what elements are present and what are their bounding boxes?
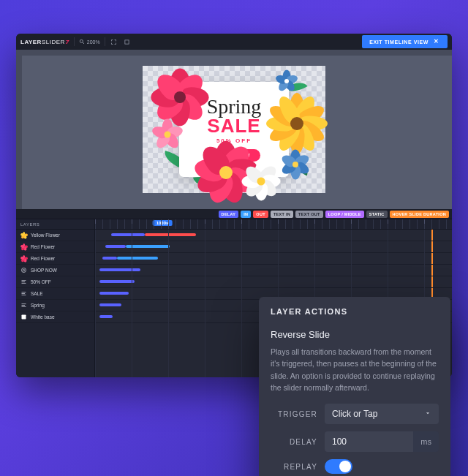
layer-label: SALE (31, 291, 43, 296)
timeline-legend: DELAY IN OUT TEXT IN TEXT OUT LOOP / MID… (16, 209, 452, 219)
text-icon (20, 279, 27, 285)
text-icon (20, 290, 27, 297)
layer-label: White base (31, 314, 55, 320)
layer-list-header: LAYERS (16, 219, 94, 230)
shape-icon (20, 314, 27, 320)
zoom-value: 200% (87, 39, 100, 45)
fullscreen-button[interactable] (110, 37, 118, 46)
text-icon (20, 302, 27, 309)
replay-label: REPLAY (271, 463, 317, 471)
exit-timeline-button[interactable]: EXIT TIMELINE VIEW ✕ (362, 35, 448, 48)
delay-label: DELAY (271, 438, 317, 446)
slide-stage[interactable]: Spring SALE 50% OFF SHOP NOW (143, 66, 325, 193)
tag-static: STATIC (366, 211, 388, 218)
close-icon[interactable]: ✕ (433, 38, 440, 45)
trigger-label: TRIGGER (271, 410, 317, 418)
flower-icon (20, 232, 27, 238)
layer-label: 50% OFF (31, 279, 51, 284)
layer-row[interactable]: White base (16, 311, 94, 323)
tag-loop: LOOP / MIDDLE (325, 211, 364, 218)
svg-point-3 (22, 268, 26, 273)
replay-toggle[interactable] (325, 459, 352, 474)
layer-list: LAYERS Yellow Flower (16, 219, 95, 377)
tag-hover: HOVER SLIDE DURATION (390, 211, 449, 218)
tag-textout: TEXT OUT (295, 211, 323, 218)
flower-red (156, 73, 204, 121)
ruler-horizontal (16, 50, 452, 56)
layer-row[interactable]: Spring (16, 300, 94, 311)
layer-row[interactable]: 50% OFF (16, 276, 94, 288)
layer-label: Yellow Flower (31, 233, 60, 238)
canvas[interactable]: Spring SALE 50% OFF SHOP NOW (16, 50, 452, 209)
flower-yellow (271, 98, 322, 149)
topbar: LAYER SLIDER 7 200% EXIT TIMELINE VIEW ✕ (16, 34, 452, 50)
layer-row[interactable]: Yellow Flower (16, 230, 94, 241)
sale-text: SALE (207, 116, 260, 135)
playhead-badge[interactable]: 1000s (153, 220, 173, 226)
brand-logo: LAYER SLIDER 7 (20, 39, 69, 45)
panel-header: LAYER ACTIONS (259, 297, 450, 326)
separator (74, 37, 75, 46)
svg-line-1 (83, 42, 84, 44)
layer-label: SHOP NOW (31, 268, 57, 273)
tag-out: OUT (253, 211, 268, 218)
brand-part2: SLIDER (42, 39, 65, 45)
brand-part3: 7 (66, 39, 69, 45)
svg-point-4 (23, 269, 24, 271)
svg-point-0 (80, 39, 83, 42)
layer-actions-panel: LAYER ACTIONS Reverse Slide Plays all tr… (259, 297, 450, 476)
layer-row[interactable]: Red Flower (16, 241, 94, 253)
layer-label: Red Flower (31, 244, 55, 249)
layer-label: Spring (31, 303, 45, 308)
action-title: Reverse Slide (271, 329, 439, 340)
trigger-value: Click or Tap (332, 409, 377, 419)
separator (105, 37, 105, 46)
ruler-vertical (16, 50, 22, 209)
search-icon (79, 39, 85, 45)
track-row[interactable] (95, 230, 452, 241)
flower-icon (20, 243, 27, 250)
exit-timeline-label: EXIT TIMELINE VIEW (369, 39, 429, 45)
flower-icon (20, 255, 27, 262)
layer-row[interactable]: SALE (16, 288, 94, 300)
flower-pink (154, 121, 181, 148)
tag-delay: DELAY (219, 211, 239, 218)
flower-blue (277, 72, 296, 91)
trigger-row: TRIGGER Click or Tap (271, 404, 439, 424)
toggle-knob (339, 461, 351, 472)
delay-input[interactable]: 100 (325, 431, 413, 452)
spring-text: Spring (207, 97, 262, 116)
track-row[interactable] (95, 265, 452, 276)
replay-row: REPLAY (271, 459, 439, 474)
track-row[interactable] (95, 276, 452, 288)
zoom-control[interactable]: 200% (79, 39, 100, 45)
chevron-down-icon (424, 409, 431, 419)
delay-unit: ms (413, 431, 439, 452)
target-icon (20, 267, 27, 273)
svg-rect-2 (125, 39, 129, 43)
layer-label: Red Flower (31, 256, 55, 261)
trigger-select[interactable]: Click or Tap (325, 404, 439, 424)
action-description: Plays all transitions backward from the … (271, 346, 439, 393)
track-row[interactable] (95, 241, 452, 253)
time-ruler[interactable]: 1000s (95, 219, 452, 230)
flower-white (245, 165, 277, 197)
track-row[interactable] (95, 253, 452, 265)
slide-artwork: Spring SALE 50% OFF SHOP NOW (143, 66, 325, 193)
delay-row: DELAY 100 ms (271, 431, 439, 452)
layer-row[interactable]: Red Flower (16, 253, 94, 265)
fit-button[interactable] (123, 37, 132, 46)
brand-part1: LAYER (20, 39, 42, 45)
svg-rect-14 (22, 315, 26, 320)
tag-textin: TEXT IN (271, 211, 293, 218)
layer-row[interactable]: SHOP NOW (16, 265, 94, 276)
tag-in: IN (241, 211, 251, 218)
flower-blue (283, 152, 308, 177)
